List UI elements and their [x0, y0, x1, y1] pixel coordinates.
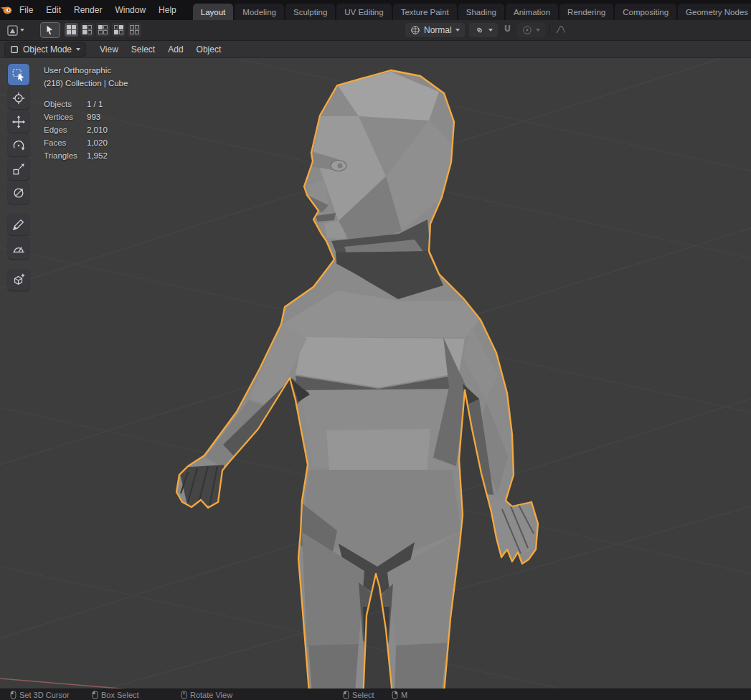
toggle-icon-1[interactable] — [65, 23, 78, 37]
menu-render[interactable]: Render — [67, 0, 108, 20]
status-hint-box-select: Box Select — [92, 691, 139, 699]
tool-add-cube[interactable] — [8, 269, 29, 290]
cursor-3d-icon — [11, 91, 26, 105]
tool-transform[interactable] — [8, 182, 29, 204]
tool-move[interactable] — [8, 111, 29, 133]
scale-icon — [11, 162, 26, 176]
model-character-cube[interactable] — [176, 70, 538, 689]
annotate-pen-icon — [11, 217, 26, 232]
workspace-tab-compositing[interactable]: Compositing — [615, 4, 676, 20]
statusbar: Set 3D Cursor Box Select Rotate View Sel… — [0, 689, 751, 700]
snap-link-icon — [474, 25, 485, 35]
chevron-down-icon — [76, 48, 80, 51]
tool-measure[interactable] — [8, 237, 29, 259]
stat-label: Vertices — [44, 110, 87, 123]
tool-settings-bar: Normal — [0, 20, 751, 41]
workspace-tab-uv-editing[interactable]: UV Editing — [336, 4, 391, 20]
measure-icon — [11, 241, 26, 255]
stat-value: 2,010 — [87, 123, 128, 136]
blender-window: { "app": { "name": "Blender" }, "topbar"… — [0, 0, 751, 700]
workspace-tabs: Layout Modeling Sculpting UV Editing Tex… — [193, 0, 751, 20]
chevron-down-icon — [536, 29, 540, 32]
stat-label: Edges — [44, 123, 87, 136]
editor-type-icon — [7, 25, 18, 36]
status-hint-set-cursor: Set 3D Cursor — [10, 691, 70, 699]
transform-icon — [11, 186, 26, 200]
tool-tweak-select[interactable] — [8, 64, 29, 85]
viewport-menu-add[interactable]: Add — [161, 41, 189, 58]
viewport-overlay-info: User Orthographic (218) Collection | Cub… — [44, 64, 128, 162]
tool-annotate[interactable] — [8, 214, 29, 235]
tool-rotate[interactable] — [8, 135, 29, 156]
menu-file[interactable]: File — [13, 0, 39, 20]
status-hint-rotate-view: Rotate View — [181, 691, 232, 699]
status-hint-more: M — [392, 691, 407, 699]
falloff-dropdown[interactable] — [554, 24, 567, 37]
active-tool-indicator[interactable] — [40, 22, 60, 38]
menu-window[interactable]: Window — [108, 0, 152, 20]
workspace-tab-sculpting[interactable]: Sculpting — [285, 4, 335, 20]
stat-value: 993 — [87, 110, 128, 123]
stat-value: 1,952 — [87, 149, 128, 162]
model-facets — [179, 72, 534, 689]
stat-label: Triangles — [44, 149, 87, 162]
mode-dropdown[interactable]: Object Mode — [4, 42, 86, 57]
rotate-icon — [11, 138, 26, 153]
proportional-circle-icon — [522, 25, 532, 35]
stat-value: 1,020 — [87, 136, 128, 149]
toggle-icon-4[interactable] — [112, 23, 126, 37]
active-object-breadcrumb: (218) Collection | Cube — [44, 77, 128, 90]
tool-cursor-3d[interactable] — [8, 88, 29, 109]
magnet-icon — [502, 24, 513, 34]
add-cube-icon — [11, 273, 26, 287]
mouse-middle-icon — [181, 691, 187, 699]
menu-edit[interactable]: Edit — [39, 0, 67, 20]
workspace-tab-texture-paint[interactable]: Texture Paint — [393, 4, 457, 20]
transform-orientation-dropdown[interactable]: Normal — [405, 23, 465, 37]
mouse-drag-icon — [92, 691, 98, 699]
toggle-icon-5[interactable] — [128, 23, 141, 37]
snap-target-dropdown[interactable] — [469, 23, 498, 37]
move-icon — [11, 115, 26, 129]
mode-label: Object Mode — [23, 44, 72, 55]
orientation-globe-icon — [410, 25, 420, 35]
falloff-curve-icon — [554, 24, 567, 34]
workspace-tab-rendering[interactable]: Rendering — [559, 4, 613, 20]
blender-logo-icon[interactable] — [0, 0, 13, 20]
workspace-tab-animation[interactable]: Animation — [506, 4, 558, 20]
editor-type-dropdown[interactable] — [4, 24, 27, 37]
divider — [549, 24, 550, 36]
stat-label: Faces — [44, 136, 87, 149]
menu-help[interactable]: Help — [152, 0, 183, 20]
toggle-icon-3[interactable] — [96, 23, 110, 37]
tool-scale[interactable] — [8, 159, 29, 180]
mouse-left-icon — [10, 691, 16, 699]
toolbar-tools — [8, 64, 29, 290]
object-mode-icon — [10, 45, 19, 54]
chevron-down-icon — [488, 29, 493, 32]
mouse-right-icon — [392, 691, 398, 699]
workspace-tab-shading[interactable]: Shading — [458, 4, 504, 20]
viewport-menu-select[interactable]: Select — [125, 41, 161, 58]
mouse-left-icon — [343, 691, 349, 699]
view-name-label: User Orthographic — [44, 64, 128, 77]
status-hint-select: Select — [343, 691, 374, 699]
toggle-icon-2[interactable] — [80, 23, 94, 37]
box-select-icon — [11, 67, 26, 82]
viewport-header: Object Mode View Select Add Object — [0, 41, 751, 58]
stat-label: Objects — [44, 98, 87, 110]
chevron-down-icon — [20, 29, 24, 32]
proportional-editing-dropdown[interactable] — [517, 23, 545, 37]
viewport-menu-object[interactable]: Object — [190, 41, 228, 58]
viewport-menu-view[interactable]: View — [93, 41, 125, 58]
viewport-3d[interactable]: User Orthographic (218) Collection | Cub… — [0, 59, 751, 689]
tweak-cursor-icon — [45, 24, 55, 36]
snap-magnet-toggle[interactable] — [502, 24, 513, 37]
workspace-tab-layout[interactable]: Layout — [193, 4, 234, 20]
viewport-gizmo-toggles — [65, 23, 141, 37]
workspace-tab-geometry-nodes[interactable]: Geometry Nodes — [678, 4, 751, 20]
stat-value: 1 / 1 — [87, 98, 128, 110]
transform-orientation-value: Normal — [424, 25, 452, 35]
workspace-tab-modeling[interactable]: Modeling — [235, 4, 284, 20]
scene-statistics: Objects1 / 1 Vertices993 Edges2,010 Face… — [44, 98, 128, 162]
